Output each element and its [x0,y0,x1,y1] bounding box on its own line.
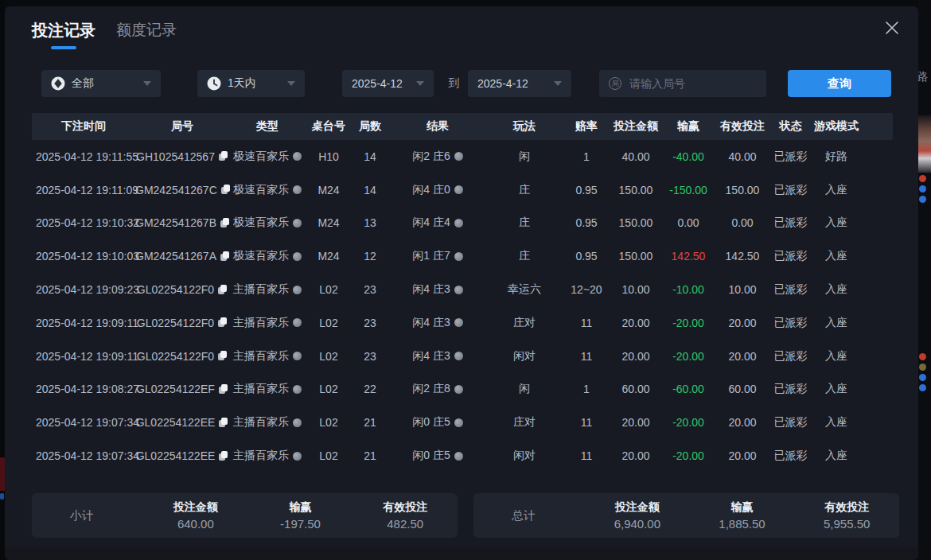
status-badge: 已派彩 [769,249,812,263]
blue-chip-icon [919,185,926,192]
tab-bet-records[interactable]: 投注记录 [32,19,95,49]
round-id: GM242541267B [135,216,216,229]
result-detail-icon[interactable] [454,418,463,427]
chevron-down-icon [287,81,295,86]
result-detail-icon[interactable] [454,252,463,261]
round-id: GL02254122EE [136,449,216,462]
result-detail-icon[interactable] [454,352,463,360]
odds: 0.95 [562,250,611,262]
bet-amount: 40.00 [611,150,660,163]
odds: 12~20 [562,283,611,296]
odds: 1 [562,383,611,395]
table-header-row: 下注时间局号类型桌台号局数结果玩法赔率投注金额输赢有效投注状态游戏模式 [32,113,893,140]
tab-quota-records[interactable]: 额度记录 [116,19,177,49]
copy-icon[interactable] [219,151,228,161]
result-detail-icon[interactable] [454,185,463,194]
valid-bet: 40.00 [716,150,769,163]
table-number: M24 [306,250,352,262]
subtotal-winloss: -197.50 [280,517,321,531]
copy-icon[interactable] [219,384,228,395]
game-mode: 入座 [812,282,860,297]
valid-bet: 0.00 [716,216,769,229]
chevron-down-icon [416,81,424,86]
copy-icon[interactable] [220,218,229,228]
amount-header: 投注金额 [173,500,218,515]
play-type: 幸运六 [487,282,562,297]
red-chip-icon [919,175,926,182]
win-loss: -20.00 [660,449,716,462]
copy-icon[interactable] [219,451,228,461]
result-cell: 闲0 庄5 [388,415,487,430]
header-cell: 结果 [388,119,487,134]
result: 闲4 庄3 [412,349,450,364]
header-cell: 状态 [769,119,812,134]
round-search-box: 局 [599,70,766,97]
table-body: 2025-04-12 19:11:55GH1025412567极速百家乐H101… [32,140,893,472]
modal-bottom-band [5,547,918,560]
play-type: 闲 [487,150,562,164]
close-button[interactable] [882,18,902,38]
date-from-picker[interactable]: 2025-4-12 [342,70,434,97]
query-button[interactable]: 查询 [788,70,891,97]
game-type-icon [293,418,302,427]
result: 闲4 庄3 [412,316,450,330]
status-badge: 已派彩 [769,316,812,330]
winloss-header: 输赢 [731,500,754,515]
valid-bet: 60.00 [716,383,769,395]
copy-icon[interactable] [218,317,228,328]
game-type-cell: 主播百家乐 [229,382,306,396]
table-row: 2025-04-12 19:07:34GL02254122EE主播百家乐L022… [32,439,893,472]
bet-amount: 150.00 [611,184,660,196]
game-type: 极速百家乐 [233,249,289,263]
copy-icon[interactable] [219,418,228,428]
valid-bet: 150.00 [716,184,769,196]
copy-icon[interactable] [218,351,228,361]
game-mode: 入座 [812,316,860,330]
round-id: GL02254122EF [136,383,215,395]
bet-time: 2025-04-12 19:10:32 [32,216,135,229]
dealer-video-sliver [918,245,931,350]
round-search-input[interactable] [628,76,757,91]
copy-icon[interactable] [221,185,229,195]
result-detail-icon[interactable] [454,452,463,461]
odds: 1 [562,150,611,163]
table-row: 2025-04-12 19:10:03GM242541267A极速百家乐M241… [32,239,893,273]
close-icon [882,18,902,38]
table-row: 2025-04-12 19:07:34GL02254122EE主播百家乐L022… [32,406,893,439]
background-clipped-text: 路 [918,70,928,84]
betting-records-page: 路 投注记录额度记录 全部 [0,0,931,560]
result-cell: 闲4 庄3 [388,282,487,297]
round-id: GL02254122F0 [137,317,214,329]
result: 闲2 庄6 [412,150,450,164]
round-count: 23 [352,317,388,329]
game-type-dropdown[interactable]: 全部 [41,70,161,97]
result-detail-icon[interactable] [454,286,463,294]
game-mode: 入座 [812,216,860,230]
time-range-dropdown[interactable]: 1天内 [197,70,305,97]
bet-amount: 20.00 [611,416,660,429]
date-to-picker[interactable]: 2025-4-12 [468,70,571,97]
copy-icon[interactable] [220,251,229,262]
subtotal-label: 小计 [32,508,143,523]
result-detail-icon[interactable] [454,385,463,394]
background-icons [919,353,926,391]
table-row: 2025-04-12 19:11:55GH1025412567极速百家乐H101… [32,140,893,173]
round-count: 14 [352,150,388,163]
play-type: 庄 [487,249,562,263]
time-range-value: 1天内 [228,76,256,91]
round-count: 23 [352,283,388,296]
game-type: 主播百家乐 [233,316,289,330]
subtotal-amount: 640.00 [177,517,214,531]
table-row: 2025-04-12 19:11:09GM242541267C极速百家乐M241… [32,173,893,207]
subtotal-box: 小计 投注金额 640.00 输赢 -197.50 有效投注 482.50 [32,493,458,538]
result-detail-icon[interactable] [454,318,463,327]
round-count: 14 [352,184,388,196]
copy-icon[interactable] [218,285,228,295]
game-type-cell: 极速百家乐 [229,249,306,263]
odds: 0.95 [562,216,611,229]
result-detail-icon[interactable] [454,152,463,161]
round-id: GM242541267A [135,250,216,262]
result-detail-icon[interactable] [454,219,463,228]
game-type: 主播百家乐 [233,449,289,463]
round-count: 23 [352,350,388,363]
